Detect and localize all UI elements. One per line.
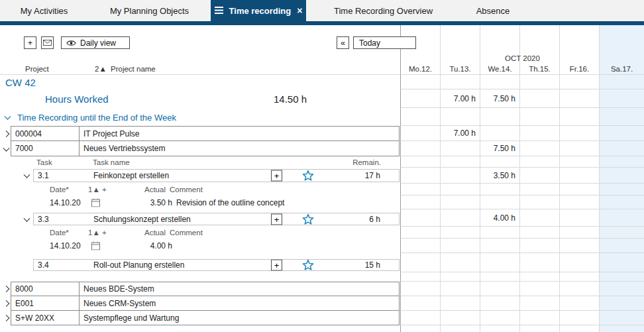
task-name: Roll-out Planung erstellen (93, 260, 184, 270)
add-button[interactable]: + (24, 36, 36, 49)
day-cell (480, 184, 520, 195)
col-header-comment: Comment (170, 186, 203, 194)
tab-time-recording[interactable]: Time recording × (211, 0, 306, 21)
day-cell (520, 195, 560, 209)
day-cell (520, 311, 560, 325)
collapse-task-icon[interactable] (24, 172, 30, 178)
col-header-task-name: Task name (93, 158, 130, 166)
tab-bar: My Activities My Planning Objects Time r… (0, 0, 644, 21)
project-id-cell: S+W 20XX (11, 310, 80, 325)
entry-date[interactable]: 14.10.20 (50, 241, 81, 250)
view-selector-button[interactable]: Daily view (61, 36, 130, 49)
day-cell (520, 282, 560, 296)
plus-icon: + (28, 38, 32, 48)
day-value-cell (401, 89, 441, 107)
day-cell (401, 325, 441, 332)
tab-my-planning-objects[interactable]: My Planning Objects (88, 0, 211, 21)
section-title: Time Recording until the End of the Week (17, 112, 176, 122)
tab-label: My Activities (21, 6, 68, 16)
add-booking-button[interactable]: + (271, 170, 282, 182)
day-cell (401, 75, 441, 89)
day-header: We.14. (480, 63, 520, 74)
day-cell-weekend (600, 184, 644, 195)
day-value-cell (401, 168, 441, 183)
add-booking-button[interactable]: + (271, 213, 282, 225)
day-header: Th.15. (520, 63, 560, 74)
today-label: Today (359, 38, 380, 48)
col-header-project[interactable]: Project (25, 65, 49, 73)
favorite-star-icon[interactable] (302, 260, 314, 271)
add-booking-button[interactable]: + (271, 260, 282, 271)
day-value-cell (480, 126, 520, 140)
day-cell (401, 156, 441, 167)
day-cell (520, 296, 560, 310)
mail-button[interactable] (41, 36, 54, 49)
project-row: S+W 20XX Systempflege und Wartung (0, 311, 644, 325)
entry-sort-indicator[interactable]: 1▲ + (88, 229, 107, 237)
task-id: 3.1 (38, 171, 49, 180)
expand-project-icon[interactable] (3, 315, 10, 321)
task-id: 3.3 (38, 215, 49, 224)
month-label: OCT 2020 (401, 54, 644, 62)
task-id: 3.4 (38, 260, 49, 270)
collapse-section-icon[interactable] (5, 113, 11, 119)
previous-week-button[interactable]: « (337, 36, 349, 49)
day-cell (441, 108, 480, 125)
tab-time-recording-overview[interactable]: Time Recording Overview (306, 0, 460, 21)
calendar-icon[interactable] (91, 198, 100, 207)
entry-actual: 4.00 h (136, 241, 172, 250)
day-cell (401, 282, 441, 296)
day-cell (560, 239, 600, 252)
entry-date[interactable]: 14.10.20 (50, 198, 81, 207)
expand-project-icon[interactable] (3, 300, 10, 307)
hours-worked-row: Hours Worked 14.50 h 7.00 h7.50 h (0, 89, 644, 108)
day-cell (480, 253, 520, 272)
day-cell-weekend (600, 227, 644, 238)
day-value-cell: 7.00 h (441, 89, 480, 107)
day-cell (480, 282, 520, 296)
col-header-project-name[interactable]: Project name (111, 65, 156, 73)
day-cell (520, 239, 560, 252)
entry-sort-indicator[interactable]: 1▲ + (88, 186, 107, 194)
filler-row (0, 325, 644, 332)
tab-my-activities[interactable]: My Activities (0, 0, 88, 21)
task-header-row: Task Task name Remain. (0, 156, 644, 168)
tab-label: Time recording (229, 6, 292, 16)
entry-comment: Revision of the outline concept (176, 198, 284, 207)
close-icon[interactable]: × (297, 5, 302, 16)
day-value-cell (520, 209, 560, 226)
day-cell (401, 239, 441, 252)
day-value-cell-weekend (600, 141, 644, 156)
project-name-cell: Neues CRM-System (80, 296, 400, 311)
sort-indicator[interactable]: 2▲ (95, 65, 107, 73)
col-header-comment: Comment (170, 229, 203, 237)
expand-project-icon[interactable] (3, 131, 10, 137)
today-button[interactable]: Today (353, 36, 416, 49)
plus-icon: + (274, 171, 280, 181)
day-value-cell (520, 141, 560, 156)
calendar-icon[interactable] (91, 242, 100, 250)
day-cell (480, 156, 520, 167)
day-cell (401, 296, 441, 310)
day-cell (480, 227, 520, 238)
collapse-project-icon[interactable] (3, 144, 10, 151)
project-id-cell: 8000 (11, 282, 80, 296)
day-value-cell-weekend (600, 209, 644, 226)
day-value-cell (520, 89, 560, 107)
project-id-cell: E001 (11, 296, 80, 311)
task-name: Schulungskonzept erstellen (93, 215, 191, 224)
day-header: Fr.16. (560, 63, 600, 74)
favorite-star-icon[interactable] (302, 213, 314, 225)
view-selector-label: Daily view (80, 38, 116, 48)
day-cell-weekend (600, 195, 644, 209)
project-id-cell: 000004 (11, 126, 80, 141)
tab-absence[interactable]: Absence (460, 0, 525, 21)
expand-project-icon[interactable] (3, 286, 10, 292)
col-header-actual: Actual (144, 186, 166, 194)
collapse-task-icon[interactable] (24, 215, 30, 221)
favorite-star-icon[interactable] (302, 170, 314, 182)
tab-label: Absence (476, 6, 510, 16)
day-cell-weekend (600, 108, 644, 125)
day-cell-weekend (600, 311, 644, 325)
day-cell-weekend (600, 296, 644, 310)
